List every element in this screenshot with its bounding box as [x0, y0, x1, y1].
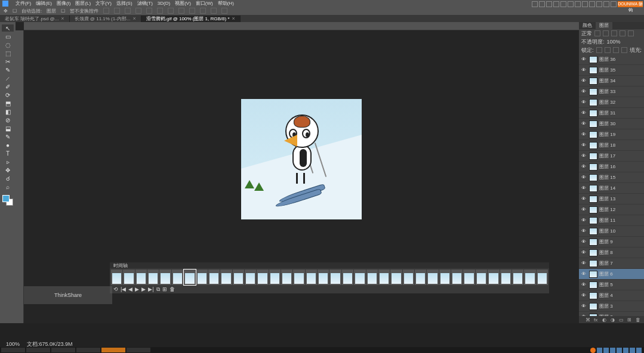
visibility-icon[interactable]: 👁 — [581, 304, 587, 309]
visibility-icon[interactable]: 👁 — [581, 153, 587, 159]
timeline-frame[interactable] — [111, 270, 122, 285]
timeline-frame[interactable] — [463, 270, 474, 285]
timeline-frame[interactable] — [245, 270, 256, 285]
group-icon[interactable]: ▭ — [619, 317, 625, 322]
layer-row[interactable]: 👁图层 31 — [579, 108, 644, 119]
panel-icon[interactable] — [611, 30, 617, 36]
tool-icon[interactable] — [575, 1, 581, 7]
panel-icon[interactable] — [620, 30, 625, 36]
timeline-frame[interactable] — [439, 270, 451, 285]
layer-row[interactable]: 👁图层 5 — [579, 280, 644, 290]
distribute-icon[interactable] — [211, 8, 217, 14]
tool-button[interactable]: ✥ — [2, 166, 14, 174]
tool-icon[interactable] — [568, 1, 574, 7]
blend-mode-dropdown[interactable]: 正常 — [581, 30, 592, 38]
tray-icon[interactable] — [623, 348, 628, 353]
visibility-icon[interactable]: 👁 — [581, 121, 587, 127]
next-frame-icon[interactable]: ▶ — [141, 286, 146, 292]
distribute-icon[interactable] — [178, 8, 184, 14]
timeline-frame[interactable] — [184, 270, 195, 285]
tool-icon[interactable] — [553, 1, 559, 7]
layer-row[interactable]: 👁图层 33 — [579, 86, 644, 97]
horizontal-ruler[interactable] — [24, 22, 579, 30]
timeline-frame[interactable] — [342, 270, 353, 285]
lock-icon[interactable] — [621, 47, 627, 53]
menu-item[interactable]: 视图(V) — [175, 0, 191, 7]
visibility-icon[interactable]: 👁 — [581, 239, 587, 245]
visibility-icon[interactable]: 👁 — [581, 67, 587, 73]
layer-row[interactable]: 👁图层 34 — [579, 76, 644, 86]
tool-button[interactable]: ☌ — [2, 175, 14, 182]
close-tab-icon[interactable]: × — [133, 16, 136, 21]
tool-button[interactable]: T — [2, 150, 14, 157]
taskbar-item[interactable] — [76, 348, 100, 352]
prev-frame-icon[interactable]: ◀ — [128, 286, 133, 292]
timeline-frame[interactable] — [390, 270, 402, 285]
close-tab-icon[interactable]: × — [61, 16, 64, 21]
taskbar-item[interactable] — [127, 348, 150, 352]
layer-row[interactable]: 👁图层 11 — [579, 215, 644, 226]
visibility-icon[interactable]: 👁 — [581, 250, 587, 256]
visibility-icon[interactable]: 👁 — [581, 175, 587, 181]
timeline-frame[interactable] — [196, 270, 208, 285]
layer-row[interactable]: 👁图层 4 — [579, 290, 644, 301]
vertical-ruler[interactable] — [16, 30, 24, 323]
tool-icon[interactable] — [589, 1, 595, 7]
panel-icon[interactable] — [628, 30, 634, 36]
layer-row[interactable]: 👁图层 19 — [579, 129, 644, 140]
taskbar-item[interactable] — [1, 348, 25, 352]
maximize-icon[interactable] — [603, 1, 609, 7]
last-frame-icon[interactable]: ▶| — [148, 286, 153, 292]
visibility-icon[interactable]: 👁 — [581, 78, 587, 84]
trash-icon[interactable]: 🗑 — [636, 317, 642, 322]
document-tab[interactable]: 滑雪腾鹤.gif @ 100% (图层 1, RGB/8) *× — [141, 16, 241, 22]
tool-button[interactable]: ✂ — [2, 58, 14, 65]
layer-row[interactable]: 👁图层 8 — [579, 247, 644, 258]
lock-icon[interactable] — [613, 47, 619, 53]
layer-row[interactable]: 👁图层 14 — [579, 183, 644, 194]
timeline-frame[interactable] — [524, 270, 535, 285]
timeline-frame[interactable] — [451, 270, 463, 285]
layer-row[interactable]: 👁图层 15 — [579, 172, 644, 183]
timeline-frame[interactable] — [123, 270, 134, 285]
timeline-frame[interactable] — [512, 270, 523, 285]
tween-icon[interactable]: ⧉ — [156, 286, 160, 293]
align-icon[interactable] — [114, 8, 120, 14]
distribute-icon[interactable] — [221, 8, 227, 14]
timeline-frame[interactable] — [329, 270, 341, 285]
document-tab[interactable]: 老鼠车 瑞特死了.psd @...× — [0, 16, 70, 22]
panel-icon[interactable] — [603, 30, 609, 36]
timeline-frame[interactable] — [318, 270, 329, 285]
tool-icon[interactable] — [546, 1, 552, 7]
tool-button[interactable]: ▹ — [2, 158, 14, 165]
tab-layers[interactable]: 图层 — [596, 22, 612, 29]
tray-icon[interactable] — [590, 348, 596, 353]
timeline-frame[interactable] — [378, 270, 390, 285]
timeline-frame[interactable] — [257, 270, 268, 285]
first-frame-icon[interactable]: |◀ — [121, 286, 126, 292]
layer-row[interactable]: 👁图层 35 — [579, 65, 644, 76]
tool-button[interactable]: ✎ — [2, 133, 14, 140]
tool-icon[interactable] — [539, 1, 545, 7]
tray-icon[interactable] — [636, 348, 642, 353]
visibility-icon[interactable]: 👁 — [581, 132, 587, 138]
timeline-frame[interactable] — [354, 270, 365, 285]
visibility-icon[interactable]: 👁 — [581, 228, 587, 234]
link-layers-icon[interactable]: ⌘ — [586, 317, 591, 322]
tool-button[interactable]: ⟋ — [2, 75, 14, 82]
align-icon[interactable] — [135, 8, 141, 14]
opacity-value[interactable]: 100% — [607, 39, 621, 45]
menu-item[interactable]: 图像(I) — [57, 0, 71, 7]
new-frame-icon[interactable]: ⊞ — [162, 286, 167, 292]
visibility-icon[interactable]: 👁 — [581, 143, 587, 148]
timeline-frame[interactable] — [281, 270, 292, 285]
auto-select-dropdown[interactable]: 图层 — [47, 8, 56, 14]
delete-frame-icon[interactable]: 🗑 — [170, 286, 175, 292]
align-icon[interactable] — [103, 8, 109, 14]
layer-row[interactable]: 👁图层 3 — [579, 301, 644, 312]
timeline-frame[interactable] — [147, 270, 159, 285]
promo-button[interactable]: DOUNIMA 砸钩 — [618, 1, 643, 7]
tool-button[interactable]: ⬓ — [2, 125, 14, 132]
timeline-frame[interactable] — [159, 270, 171, 285]
move-tool-icon[interactable]: ✥ — [4, 8, 8, 14]
